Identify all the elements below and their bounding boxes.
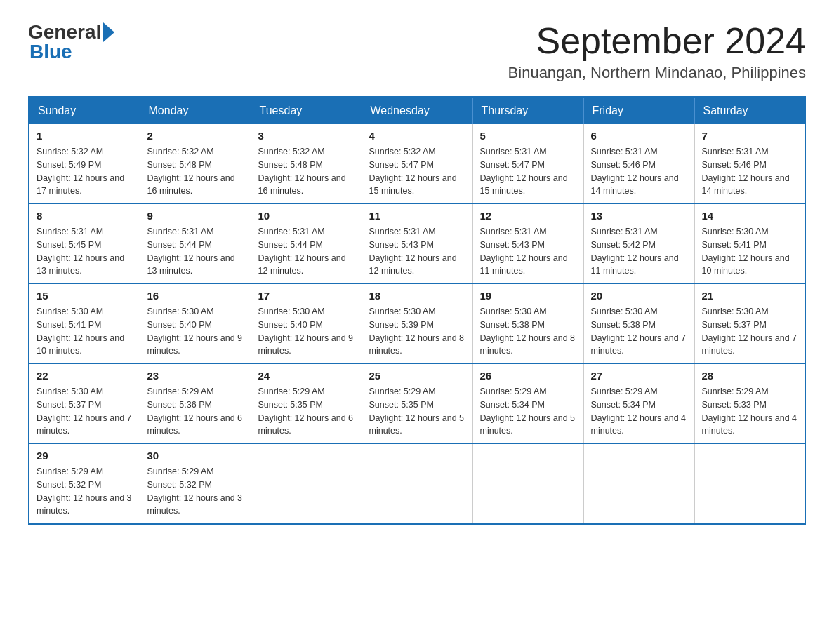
day-number: 19 xyxy=(480,290,576,302)
day-number: 23 xyxy=(147,370,244,382)
day-info: Sunrise: 5:30 AM Sunset: 5:40 PM Dayligh… xyxy=(147,305,244,358)
day-info: Sunrise: 5:29 AM Sunset: 5:35 PM Dayligh… xyxy=(258,385,355,438)
day-info: Sunrise: 5:31 AM Sunset: 5:44 PM Dayligh… xyxy=(147,225,244,278)
day-number: 25 xyxy=(369,370,465,382)
day-info: Sunrise: 5:30 AM Sunset: 5:40 PM Dayligh… xyxy=(258,305,355,358)
day-info: Sunrise: 5:31 AM Sunset: 5:46 PM Dayligh… xyxy=(591,145,687,198)
day-info: Sunrise: 5:31 AM Sunset: 5:44 PM Dayligh… xyxy=(258,225,355,278)
day-number: 14 xyxy=(702,210,798,222)
day-number: 3 xyxy=(258,130,355,142)
day-info: Sunrise: 5:30 AM Sunset: 5:39 PM Dayligh… xyxy=(369,305,465,358)
week-row-1: 1 Sunrise: 5:32 AM Sunset: 5:49 PM Dayli… xyxy=(29,124,805,204)
day-number: 22 xyxy=(37,370,133,382)
table-cell xyxy=(694,444,805,525)
table-cell: 9 Sunrise: 5:31 AM Sunset: 5:44 PM Dayli… xyxy=(140,204,251,284)
table-cell: 15 Sunrise: 5:30 AM Sunset: 5:41 PM Dayl… xyxy=(29,284,140,364)
table-cell: 22 Sunrise: 5:30 AM Sunset: 5:37 PM Dayl… xyxy=(29,364,140,444)
day-info: Sunrise: 5:29 AM Sunset: 5:35 PM Dayligh… xyxy=(369,385,465,438)
table-cell: 16 Sunrise: 5:30 AM Sunset: 5:40 PM Dayl… xyxy=(140,284,251,364)
day-number: 26 xyxy=(480,370,576,382)
header-saturday: Saturday xyxy=(694,97,805,124)
day-info: Sunrise: 5:31 AM Sunset: 5:46 PM Dayligh… xyxy=(702,145,798,198)
title-section: September 2024 Binuangan, Northern Minda… xyxy=(508,21,806,82)
month-title: September 2024 xyxy=(508,21,806,61)
header-monday: Monday xyxy=(140,97,251,124)
header-sunday: Sunday xyxy=(29,97,140,124)
table-cell: 14 Sunrise: 5:30 AM Sunset: 5:41 PM Dayl… xyxy=(694,204,805,284)
week-row-5: 29 Sunrise: 5:29 AM Sunset: 5:32 PM Dayl… xyxy=(29,444,805,525)
logo-arrow-icon xyxy=(103,22,114,42)
table-cell xyxy=(583,444,694,525)
table-cell: 18 Sunrise: 5:30 AM Sunset: 5:39 PM Dayl… xyxy=(362,284,472,364)
day-number: 1 xyxy=(37,130,133,142)
table-cell: 28 Sunrise: 5:29 AM Sunset: 5:33 PM Dayl… xyxy=(694,364,805,444)
table-cell: 7 Sunrise: 5:31 AM Sunset: 5:46 PM Dayli… xyxy=(694,124,805,204)
day-number: 6 xyxy=(591,130,687,142)
table-cell: 10 Sunrise: 5:31 AM Sunset: 5:44 PM Dayl… xyxy=(251,204,362,284)
table-cell: 1 Sunrise: 5:32 AM Sunset: 5:49 PM Dayli… xyxy=(29,124,140,204)
day-number: 30 xyxy=(147,450,244,462)
day-number: 12 xyxy=(480,210,576,222)
day-info: Sunrise: 5:29 AM Sunset: 5:33 PM Dayligh… xyxy=(702,385,798,438)
day-info: Sunrise: 5:30 AM Sunset: 5:37 PM Dayligh… xyxy=(37,385,133,438)
day-headers-row: Sunday Monday Tuesday Wednesday Thursday… xyxy=(29,97,805,124)
table-cell: 3 Sunrise: 5:32 AM Sunset: 5:48 PM Dayli… xyxy=(251,124,362,204)
day-number: 10 xyxy=(258,210,355,222)
day-info: Sunrise: 5:29 AM Sunset: 5:32 PM Dayligh… xyxy=(147,465,244,518)
day-info: Sunrise: 5:30 AM Sunset: 5:41 PM Dayligh… xyxy=(702,225,798,278)
day-info: Sunrise: 5:31 AM Sunset: 5:45 PM Dayligh… xyxy=(37,225,133,278)
header-thursday: Thursday xyxy=(472,97,583,124)
day-number: 29 xyxy=(37,450,133,462)
day-number: 8 xyxy=(37,210,133,222)
table-cell: 21 Sunrise: 5:30 AM Sunset: 5:37 PM Dayl… xyxy=(694,284,805,364)
table-cell xyxy=(251,444,362,525)
day-number: 4 xyxy=(369,130,465,142)
day-number: 16 xyxy=(147,290,244,302)
logo: General Blue xyxy=(28,21,114,63)
day-info: Sunrise: 5:29 AM Sunset: 5:34 PM Dayligh… xyxy=(480,385,576,438)
day-number: 2 xyxy=(147,130,244,142)
day-number: 13 xyxy=(591,210,687,222)
day-info: Sunrise: 5:32 AM Sunset: 5:47 PM Dayligh… xyxy=(369,145,465,198)
day-info: Sunrise: 5:31 AM Sunset: 5:43 PM Dayligh… xyxy=(369,225,465,278)
table-cell: 29 Sunrise: 5:29 AM Sunset: 5:32 PM Dayl… xyxy=(29,444,140,525)
day-number: 15 xyxy=(37,290,133,302)
day-number: 18 xyxy=(369,290,465,302)
day-number: 5 xyxy=(480,130,576,142)
day-info: Sunrise: 5:31 AM Sunset: 5:42 PM Dayligh… xyxy=(591,225,687,278)
day-number: 9 xyxy=(147,210,244,222)
table-cell: 6 Sunrise: 5:31 AM Sunset: 5:46 PM Dayli… xyxy=(583,124,694,204)
header-friday: Friday xyxy=(583,97,694,124)
table-cell: 4 Sunrise: 5:32 AM Sunset: 5:47 PM Dayli… xyxy=(362,124,472,204)
week-row-2: 8 Sunrise: 5:31 AM Sunset: 5:45 PM Dayli… xyxy=(29,204,805,284)
week-row-4: 22 Sunrise: 5:30 AM Sunset: 5:37 PM Dayl… xyxy=(29,364,805,444)
table-cell xyxy=(472,444,583,525)
table-cell: 12 Sunrise: 5:31 AM Sunset: 5:43 PM Dayl… xyxy=(472,204,583,284)
day-info: Sunrise: 5:30 AM Sunset: 5:37 PM Dayligh… xyxy=(702,305,798,358)
day-number: 24 xyxy=(258,370,355,382)
day-info: Sunrise: 5:32 AM Sunset: 5:48 PM Dayligh… xyxy=(147,145,244,198)
table-cell: 17 Sunrise: 5:30 AM Sunset: 5:40 PM Dayl… xyxy=(251,284,362,364)
table-cell: 30 Sunrise: 5:29 AM Sunset: 5:32 PM Dayl… xyxy=(140,444,251,525)
day-number: 21 xyxy=(702,290,798,302)
table-cell: 2 Sunrise: 5:32 AM Sunset: 5:48 PM Dayli… xyxy=(140,124,251,204)
table-cell: 11 Sunrise: 5:31 AM Sunset: 5:43 PM Dayl… xyxy=(362,204,472,284)
table-cell: 19 Sunrise: 5:30 AM Sunset: 5:38 PM Dayl… xyxy=(472,284,583,364)
table-cell: 8 Sunrise: 5:31 AM Sunset: 5:45 PM Dayli… xyxy=(29,204,140,284)
header-tuesday: Tuesday xyxy=(251,97,362,124)
day-number: 20 xyxy=(591,290,687,302)
day-info: Sunrise: 5:30 AM Sunset: 5:38 PM Dayligh… xyxy=(480,305,576,358)
location-title: Binuangan, Northern Mindanao, Philippine… xyxy=(508,64,806,82)
day-info: Sunrise: 5:29 AM Sunset: 5:34 PM Dayligh… xyxy=(591,385,687,438)
day-info: Sunrise: 5:31 AM Sunset: 5:43 PM Dayligh… xyxy=(480,225,576,278)
day-number: 27 xyxy=(591,370,687,382)
logo-blue-text: Blue xyxy=(28,41,72,63)
day-info: Sunrise: 5:30 AM Sunset: 5:38 PM Dayligh… xyxy=(591,305,687,358)
week-row-3: 15 Sunrise: 5:30 AM Sunset: 5:41 PM Dayl… xyxy=(29,284,805,364)
table-cell: 24 Sunrise: 5:29 AM Sunset: 5:35 PM Dayl… xyxy=(251,364,362,444)
calendar-table: Sunday Monday Tuesday Wednesday Thursday… xyxy=(28,96,806,525)
table-cell: 25 Sunrise: 5:29 AM Sunset: 5:35 PM Dayl… xyxy=(362,364,472,444)
day-number: 11 xyxy=(369,210,465,222)
header-wednesday: Wednesday xyxy=(362,97,472,124)
day-info: Sunrise: 5:32 AM Sunset: 5:48 PM Dayligh… xyxy=(258,145,355,198)
